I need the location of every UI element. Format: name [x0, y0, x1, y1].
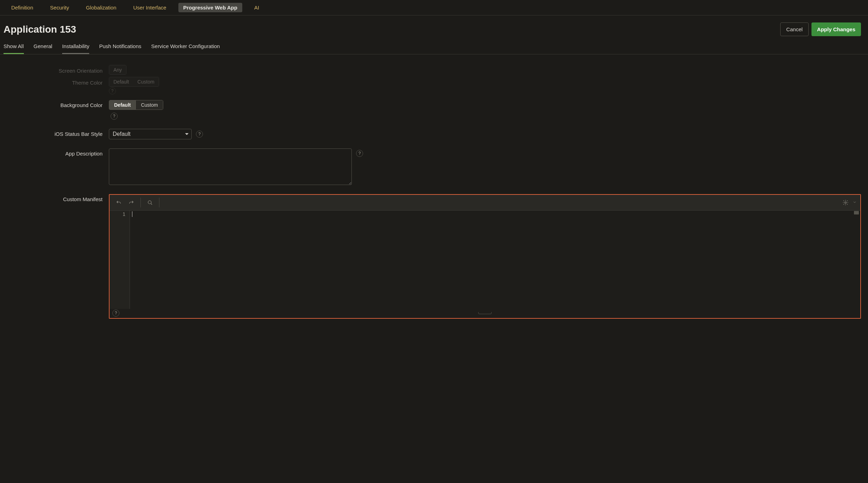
- undo-icon[interactable]: [113, 197, 124, 208]
- tab-definition[interactable]: Definition: [6, 3, 38, 12]
- installability-form: Screen Orientation Any Theme Color Defau…: [0, 54, 868, 326]
- chevron-down-icon[interactable]: [853, 199, 857, 206]
- subtab-general[interactable]: General: [34, 40, 52, 54]
- theme-color-default: Default: [109, 77, 133, 86]
- titlebar: Application 153 Cancel Apply Changes: [0, 15, 868, 40]
- editor-code-area[interactable]: [130, 211, 860, 309]
- editor-body[interactable]: 1: [110, 211, 860, 309]
- resize-grip-icon[interactable]: [478, 312, 492, 314]
- custom-manifest-editor: 1 ?: [109, 194, 861, 319]
- theme-color-help-row: ?: [7, 87, 861, 94]
- screen-orientation-row: Screen Orientation Any: [7, 65, 861, 75]
- editor-footer: ?: [110, 309, 860, 318]
- help-icon[interactable]: ?: [109, 87, 116, 94]
- line-number: 1: [110, 211, 125, 217]
- subtab-push-notifications[interactable]: Push Notifications: [99, 40, 141, 54]
- editor-caret: [132, 211, 132, 217]
- editor-gutter: 1: [110, 211, 130, 309]
- svg-point-1: [845, 202, 847, 204]
- apply-changes-button[interactable]: Apply Changes: [811, 22, 861, 36]
- redo-icon[interactable]: [126, 197, 137, 208]
- help-icon[interactable]: ?: [111, 113, 118, 120]
- search-icon[interactable]: [144, 197, 156, 208]
- app-description-row: App Description ?: [7, 148, 861, 185]
- background-color-segmented: Default Custom: [109, 100, 163, 110]
- svg-point-0: [148, 201, 151, 204]
- toolbar-separator: [159, 198, 159, 207]
- cancel-button[interactable]: Cancel: [780, 22, 809, 36]
- ios-status-bar-label: iOS Status Bar Style: [7, 129, 109, 137]
- background-color-label: Background Color: [7, 100, 109, 108]
- background-color-custom-option[interactable]: Custom: [136, 100, 163, 110]
- background-color-default-option[interactable]: Default: [109, 100, 136, 110]
- editor-minimap[interactable]: [854, 211, 859, 214]
- gear-icon[interactable]: [840, 197, 851, 208]
- theme-color-segmented[interactable]: Default Custom: [109, 77, 159, 87]
- tab-ai[interactable]: AI: [249, 3, 264, 12]
- page-title: Application 153: [4, 24, 76, 35]
- screen-orientation-label: Screen Orientation: [7, 66, 109, 74]
- chevron-down-icon: [185, 133, 189, 135]
- sub-tabs: Show All General Installability Push Not…: [0, 40, 868, 54]
- tab-globalization[interactable]: Globalization: [81, 3, 121, 12]
- ios-status-bar-select[interactable]: Default: [109, 129, 192, 139]
- editor-toolbar: [110, 195, 860, 211]
- help-icon[interactable]: ?: [196, 131, 203, 138]
- custom-manifest-label: Custom Manifest: [7, 194, 109, 202]
- theme-color-label: Theme Color: [7, 78, 109, 86]
- custom-manifest-row: Custom Manifest: [7, 194, 861, 319]
- tab-user-interface[interactable]: User Interface: [128, 3, 171, 12]
- help-icon[interactable]: ?: [112, 310, 119, 317]
- theme-color-custom: Custom: [133, 77, 158, 86]
- help-icon[interactable]: ?: [356, 150, 363, 157]
- subtab-installability[interactable]: Installability: [62, 40, 90, 54]
- title-buttons: Cancel Apply Changes: [780, 22, 861, 36]
- background-color-row: Background Color Default Custom ?: [7, 100, 861, 120]
- subtab-show-all[interactable]: Show All: [4, 40, 24, 54]
- app-description-textarea[interactable]: [109, 148, 352, 185]
- tab-security[interactable]: Security: [45, 3, 74, 12]
- tab-progressive-web-app[interactable]: Progressive Web App: [178, 3, 242, 12]
- ios-status-bar-value: Default: [113, 131, 131, 137]
- toolbar-separator: [140, 198, 141, 207]
- app-description-label: App Description: [7, 148, 109, 157]
- screen-orientation-select[interactable]: Any: [109, 65, 126, 75]
- top-tabs: Definition Security Globalization User I…: [0, 0, 868, 15]
- screen-orientation-value: Any: [109, 65, 126, 74]
- subtab-service-worker-configuration[interactable]: Service Worker Configuration: [151, 40, 220, 54]
- theme-color-row: Theme Color Default Custom: [7, 77, 861, 87]
- ios-status-bar-row: iOS Status Bar Style Default ?: [7, 129, 861, 139]
